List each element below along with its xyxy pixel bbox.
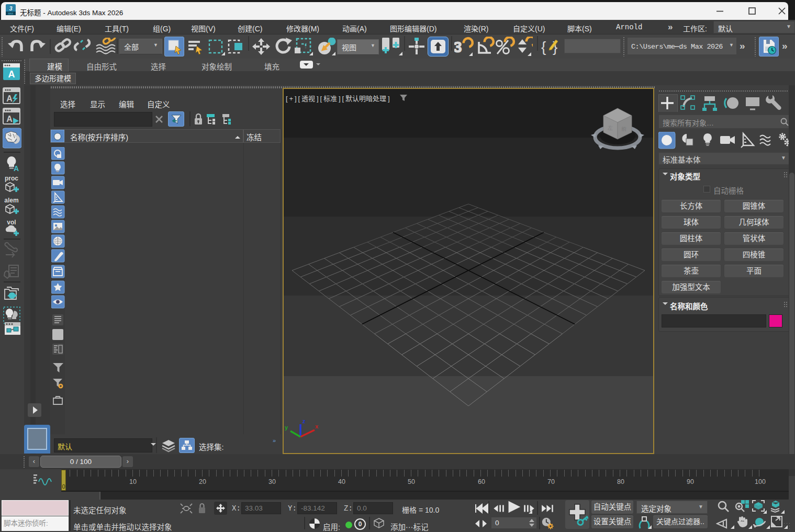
svg-text:A: A: [14, 164, 19, 173]
svg-text:左: 左: [608, 123, 613, 131]
svg-text:前: 前: [621, 124, 626, 132]
svg-text:alem: alem: [4, 197, 18, 204]
svg-text:proc: proc: [5, 175, 18, 182]
svg-text:x: x: [315, 423, 319, 429]
svg-text:A: A: [8, 69, 15, 80]
svg-text:3: 3: [454, 38, 462, 55]
svg-text:A: A: [6, 94, 13, 103]
svg-text:A: A: [6, 115, 13, 123]
svg-text:vol: vol: [7, 219, 16, 226]
svg-text:z: z: [303, 418, 306, 424]
svg-text:{: {: [541, 39, 546, 55]
svg-text:y: y: [285, 424, 288, 431]
svg-text:MAX: MAX: [8, 13, 14, 15]
svg-text:3: 3: [9, 5, 12, 12]
